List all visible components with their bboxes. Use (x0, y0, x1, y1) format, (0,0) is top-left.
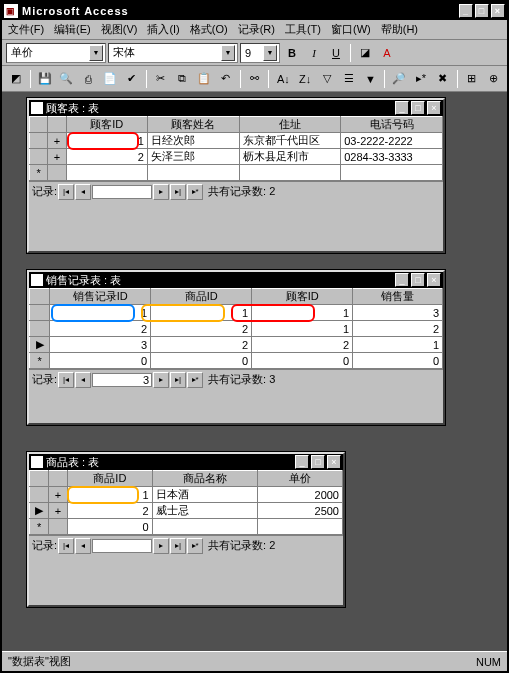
undo-button[interactable]: ↶ (216, 69, 236, 89)
filter-sel-button[interactable]: ▽ (317, 69, 337, 89)
expand-button[interactable] (48, 165, 66, 181)
cell[interactable]: 0 (353, 353, 443, 369)
nav-prev-button[interactable]: ◂ (75, 184, 91, 200)
cell[interactable] (239, 165, 341, 181)
cell[interactable]: 0284-33-3333 (341, 149, 443, 165)
row-selector[interactable] (30, 305, 50, 321)
child-close-button[interactable]: × (427, 101, 441, 115)
row-selector[interactable] (30, 133, 48, 149)
expand-button[interactable]: + (49, 503, 68, 519)
menu-item[interactable]: 窗口(W) (331, 23, 371, 35)
fillcolor-button[interactable]: ◪ (355, 43, 375, 63)
maximize-button[interactable]: □ (475, 4, 489, 18)
cell[interactable]: 03-2222-2222 (341, 133, 443, 149)
nav-prev-button[interactable]: ◂ (75, 372, 91, 388)
cell[interactable] (341, 165, 443, 181)
cell[interactable] (147, 165, 239, 181)
cell[interactable]: 1 (353, 337, 443, 353)
nav-new-button[interactable]: ▸* (187, 372, 203, 388)
nav-last-button[interactable]: ▸| (170, 372, 186, 388)
spell-button[interactable]: ✔ (122, 69, 142, 89)
row-selector[interactable]: ▶ (30, 503, 49, 519)
nav-new-button[interactable]: ▸* (187, 538, 203, 554)
fontsize-combo[interactable]: 9▼ (240, 43, 280, 63)
column-header[interactable]: 商品名称 (152, 471, 258, 487)
link-button[interactable]: ⚯ (245, 69, 265, 89)
cut-button[interactable]: ✂ (151, 69, 171, 89)
sort-desc-button[interactable]: Z↓ (295, 69, 315, 89)
dbwin-button[interactable]: ⊞ (462, 69, 482, 89)
row-selector[interactable]: * (30, 165, 48, 181)
minimize-button[interactable]: _ (459, 4, 473, 18)
nav-first-button[interactable]: |◂ (58, 184, 74, 200)
child-titlebar[interactable]: 商品表 : 表_□× (29, 454, 343, 470)
row-selector[interactable]: * (30, 353, 50, 369)
nav-next-button[interactable]: ▸ (153, 538, 169, 554)
view-button[interactable]: ◩ (6, 69, 26, 89)
nav-next-button[interactable]: ▸ (153, 372, 169, 388)
menu-item[interactable]: 工具(T) (285, 23, 321, 35)
new-record-button[interactable]: ▸* (411, 69, 431, 89)
cell[interactable]: 2 (151, 321, 252, 337)
child-titlebar[interactable]: 销售记录表 : 表_□× (29, 272, 443, 288)
cell[interactable]: 东京都千代田区 (239, 133, 341, 149)
menu-item[interactable]: 编辑(E) (54, 23, 91, 35)
nav-next-button[interactable]: ▸ (153, 184, 169, 200)
cell[interactable]: 2 (68, 503, 153, 519)
cell[interactable]: 1 (252, 305, 353, 321)
menu-item[interactable]: 文件(F) (8, 23, 44, 35)
cell[interactable] (258, 519, 343, 535)
child-max-button[interactable]: □ (311, 455, 325, 469)
select-all[interactable] (30, 289, 50, 305)
menu-item[interactable]: 记录(R) (238, 23, 275, 35)
expand-button[interactable]: + (48, 149, 66, 165)
nav-position-input[interactable] (92, 539, 152, 553)
row-selector[interactable] (30, 321, 50, 337)
save-button[interactable]: 💾 (35, 69, 55, 89)
cell[interactable]: 2 (252, 337, 353, 353)
expand-button[interactable]: + (48, 133, 66, 149)
child-close-button[interactable]: × (427, 273, 441, 287)
cell[interactable]: 威士忌 (152, 503, 258, 519)
child-titlebar[interactable]: 顾客表 : 表_□× (29, 100, 443, 116)
cell[interactable]: 0 (151, 353, 252, 369)
cell[interactable]: 2 (66, 149, 147, 165)
cell[interactable]: 3 (353, 305, 443, 321)
fontcolor-button[interactable]: A (377, 43, 397, 63)
column-header[interactable]: 顾客ID (252, 289, 353, 305)
child-close-button[interactable]: × (327, 455, 341, 469)
bold-button[interactable]: B (282, 43, 302, 63)
cell[interactable]: 1 (68, 487, 153, 503)
cell[interactable]: 1 (151, 305, 252, 321)
field-combo[interactable]: 单价▼ (6, 43, 106, 63)
cell[interactable] (152, 519, 258, 535)
row-selector[interactable] (30, 487, 49, 503)
sort-asc-button[interactable]: A↓ (273, 69, 293, 89)
column-header[interactable]: 顾客姓名 (147, 117, 239, 133)
column-header[interactable]: 销售量 (353, 289, 443, 305)
child-min-button[interactable]: _ (395, 273, 409, 287)
filter-form-button[interactable]: ☰ (339, 69, 359, 89)
child-max-button[interactable]: □ (411, 101, 425, 115)
child-min-button[interactable]: _ (295, 455, 309, 469)
print-button[interactable]: ⎙ (78, 69, 98, 89)
child-min-button[interactable]: _ (395, 101, 409, 115)
newobj-button[interactable]: ⊕ (483, 69, 503, 89)
cell[interactable]: 矢泽三郎 (147, 149, 239, 165)
column-header[interactable]: 住址 (239, 117, 341, 133)
nav-new-button[interactable]: ▸* (187, 184, 203, 200)
cell[interactable]: 2 (151, 337, 252, 353)
nav-position-input[interactable] (92, 185, 152, 199)
expand-button[interactable] (49, 519, 68, 535)
cell[interactable]: 日本酒 (152, 487, 258, 503)
find-button[interactable]: 🔎 (389, 69, 409, 89)
cell[interactable]: 0 (68, 519, 153, 535)
column-header[interactable]: 销售记录ID (50, 289, 151, 305)
cell[interactable]: 2000 (258, 487, 343, 503)
italic-button[interactable]: I (304, 43, 324, 63)
cell[interactable]: 2 (50, 321, 151, 337)
search-button[interactable]: 🔍 (57, 69, 77, 89)
cell[interactable] (66, 165, 147, 181)
paste-button[interactable]: 📋 (194, 69, 214, 89)
cell[interactable]: 2 (353, 321, 443, 337)
